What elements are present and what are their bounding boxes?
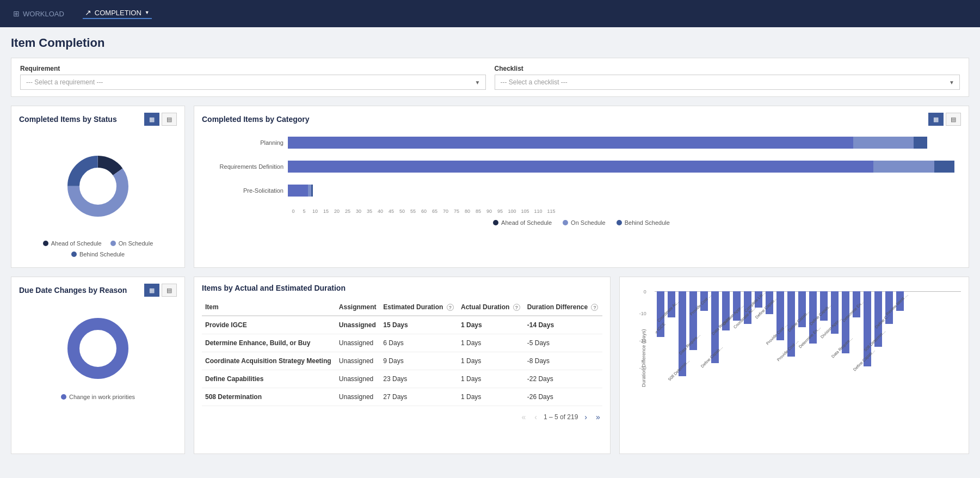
bar-seg-req-1 — [288, 161, 873, 173]
top-sections-row: Completed Items by Status ▦ ▤ — [11, 106, 969, 268]
due-date-title: Due Date Changes by Reason — [19, 286, 127, 295]
th-assignment: Assignment — [336, 299, 380, 316]
pag-info: 1 – 5 of 219 — [544, 413, 578, 421]
v-bar-group-18: Determine Enhance, Build, or Buy — [852, 291, 861, 324]
th-actual: Actual Duration ? — [458, 299, 524, 316]
bar-row-planning: Planning — [202, 137, 961, 149]
category-legend: Ahead of Schedule On Schedule Behind Sch… — [202, 219, 961, 226]
due-date-dot — [61, 394, 66, 400]
v-bars-container: Provide IGCE Coordinate Acquisitio... 50… — [656, 291, 961, 414]
pag-next[interactable]: › — [582, 412, 589, 422]
status-bar-toggle[interactable]: ▦ — [144, 113, 159, 126]
requirement-label: Requirement — [20, 65, 486, 72]
cat-legend-on: On Schedule — [563, 219, 606, 226]
bar-row-presolic: Pre-Solicitation — [202, 185, 961, 197]
table-row: 508 Determination Unassigned 27 Days 1 D… — [202, 388, 602, 406]
duration-table-title: Items by Actual and Estimated Duration — [202, 284, 602, 292]
cell-item-0: Provide IGCE — [202, 316, 336, 334]
legend-behind: Behind Schedule — [71, 251, 125, 258]
nav-item-workload[interactable]: ⊞ WORKLOAD — [11, 9, 66, 18]
workload-icon: ⊞ — [13, 9, 20, 18]
bar-area-requirements — [288, 161, 961, 173]
duration-table-section: Items by Actual and Estimated Duration I… — [194, 277, 611, 454]
status-grid-toggle[interactable]: ▤ — [162, 113, 177, 126]
pag-last[interactable]: » — [594, 412, 602, 422]
cell-est-4: 27 Days — [380, 388, 458, 406]
v-bar-group-4: Provide Cost Estimate — [699, 291, 709, 318]
cell-actual-0: 1 Days — [458, 316, 524, 334]
due-date-legend-item: Change in work priorities — [61, 394, 135, 400]
cell-diff-2: -8 Days — [524, 352, 602, 370]
nav-bar: ⊞ WORKLOAD ↗ COMPLETION ▼ — [0, 0, 980, 27]
legend-dot-ahead — [43, 241, 48, 246]
pag-prev[interactable]: ‹ — [532, 412, 539, 422]
cell-est-2: 9 Days — [380, 352, 458, 370]
bar-seg-req-3 — [934, 161, 954, 173]
due-date-grid-btn[interactable]: ▤ — [162, 284, 177, 297]
cell-assign-4: Unassigned — [336, 388, 380, 406]
cat-dot-on — [563, 220, 568, 225]
table-pagination: « ‹ 1 – 5 of 219 › » — [202, 412, 602, 422]
bar-label-presolic: Pre-Solicitation — [202, 187, 283, 194]
category-section-title: Completed Items by Category — [202, 115, 310, 124]
requirement-filter-group: Requirement --- Select a requirement --- — [20, 65, 486, 90]
due-date-header: Due Date Changes by Reason ▦ ▤ — [19, 284, 177, 297]
requirement-select-wrapper: --- Select a requirement --- — [20, 75, 486, 90]
table-row: Determine Enhance, Build, or Buy Unassig… — [202, 334, 602, 352]
donut-svg — [63, 151, 133, 222]
cell-actual-2: 1 Days — [458, 352, 524, 370]
legend-label-behind: Behind Schedule — [79, 251, 125, 258]
v-bar-group-2: 508 Determination List — [677, 291, 687, 383]
cell-est-3: 23 Days — [380, 370, 458, 388]
bar-area-presolic — [288, 185, 961, 197]
status-section-title: Completed Items by Status — [19, 115, 117, 124]
nav-dropdown-icon: ▼ — [145, 10, 150, 15]
legend-label-on: On Schedule — [119, 240, 153, 247]
y-label-30: -30 — [639, 365, 646, 371]
status-section-header: Completed Items by Status ▦ ▤ — [19, 113, 177, 126]
cell-actual-3: 1 Days — [458, 370, 524, 388]
y-label-10: -10 — [639, 311, 646, 316]
legend-ahead: Ahead of Schedule — [43, 240, 102, 247]
cell-diff-3: -22 Days — [524, 370, 602, 388]
cell-assign-3: Unassigned — [336, 370, 380, 388]
table-header-row: Item Assignment Estimated Duration ? Act… — [202, 299, 602, 316]
bar-seg-ps-1 — [288, 185, 308, 197]
due-date-card: Due Date Changes by Reason ▦ ▤ Change in… — [11, 277, 185, 454]
th-item: Item — [202, 299, 336, 316]
table-body: Provide IGCE Unassigned 15 Days 1 Days -… — [202, 316, 602, 406]
actual-help-icon[interactable]: ? — [513, 304, 520, 311]
category-bar-chart: Planning Requirements Definition — [202, 131, 961, 231]
diff-help-icon[interactable]: ? — [591, 304, 598, 311]
cat-legend-label-on: On Schedule — [571, 219, 606, 226]
requirement-select[interactable]: --- Select a requirement --- — [20, 75, 486, 90]
cat-dot-behind — [617, 220, 622, 225]
category-grid-toggle[interactable]: ▤ — [946, 113, 961, 126]
category-chart-toggle: ▦ ▤ — [928, 113, 961, 126]
v-bar-group-15: Define Capabilities — [819, 291, 829, 328]
cell-assign-1: Unassigned — [336, 334, 380, 352]
cat-legend-ahead: Ahead of Schedule — [493, 219, 552, 226]
due-date-legend: Change in work priorities — [19, 389, 177, 403]
estimated-help-icon[interactable]: ? — [447, 304, 454, 311]
status-chart-toggle: ▦ ▤ — [144, 113, 177, 126]
cat-legend-label-ahead: Ahead of Schedule — [501, 219, 552, 226]
category-bar-toggle[interactable]: ▦ — [928, 113, 944, 126]
cell-diff-1: -5 Days — [524, 334, 602, 352]
page-content: Item Completion Requirement --- Select a… — [0, 27, 980, 463]
pag-first[interactable]: « — [519, 412, 528, 422]
y-label-20: -20 — [639, 338, 646, 344]
cell-item-1: Determine Enhance, Build, or Buy — [202, 334, 336, 352]
checklist-select[interactable]: --- Select a checklist --- — [495, 75, 960, 90]
v-bar-group-22: Review latest upda... — [895, 291, 905, 318]
cat-dot-ahead — [493, 220, 498, 225]
legend-dot-behind — [71, 252, 77, 257]
y-label-0: 0 — [644, 289, 646, 295]
nav-item-completion[interactable]: ↗ COMPLETION ▼ — [83, 8, 152, 19]
legend-label-ahead: Ahead of Schedule — [51, 240, 102, 247]
table-row: Provide IGCE Unassigned 15 Days 1 Days -… — [202, 316, 602, 334]
bar-label-requirements: Requirements Definition — [202, 163, 283, 170]
bar-seg-planning-1 — [288, 137, 853, 149]
completed-by-category-card: Completed Items by Category ▦ ▤ Planning — [194, 106, 969, 268]
due-date-bar-btn[interactable]: ▦ — [144, 284, 159, 297]
